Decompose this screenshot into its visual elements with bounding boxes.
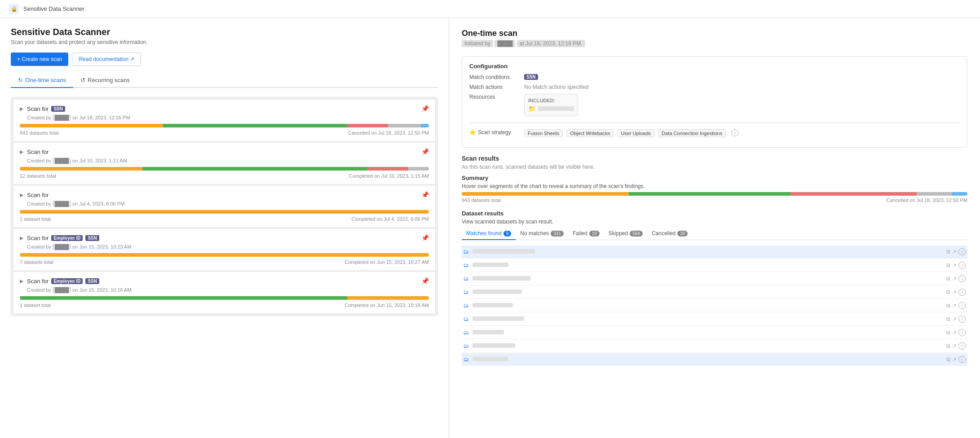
resources-label: Resources <box>469 94 519 100</box>
expand-icon[interactable]: ↗ <box>952 302 957 309</box>
expand-icon[interactable]: ↗ <box>952 329 957 336</box>
scan-status: Completed on Jul 4, 2023, 6:09 PM <box>352 216 429 222</box>
progress-red <box>347 124 388 127</box>
chevron-icon[interactable]: ▶ <box>20 149 23 155</box>
dataset-name <box>472 249 943 255</box>
copy-icon[interactable]: ⧉ <box>946 356 950 363</box>
dataset-icon: 🗂 <box>464 262 469 268</box>
scan-strategy-info-icon[interactable]: i <box>731 129 738 136</box>
scan-meta: Created by ████ on Jul 4, 2023, 6:06 PM <box>27 201 429 206</box>
progress-green <box>163 124 347 127</box>
expand-icon[interactable]: ↗ <box>952 289 957 295</box>
one-time-icon: ↻ <box>18 77 23 83</box>
dataset-icon: 🗂 <box>464 302 469 309</box>
scan-footer: 7 datasets total Completed on Jun 15, 20… <box>20 259 429 265</box>
match-conditions-label: Match conditions <box>469 74 519 80</box>
scan-meta: Created by ████ on Jul 10, 2023, 1:11 AM <box>27 158 429 163</box>
expand-icon[interactable]: ↗ <box>952 262 957 268</box>
dataset-tab-skipped[interactable]: Skipped 564 <box>604 228 647 240</box>
scan-status: Cancelled on Jul 18, 2023, 12:50 PM <box>348 130 429 136</box>
badge-ssn: SSN <box>51 106 65 112</box>
action-buttons: + Create new scan Read documentation ↗ <box>11 53 438 66</box>
row-info-icon[interactable]: i <box>958 356 966 363</box>
dataset-icon: 🗂 <box>464 356 469 363</box>
pin-icon[interactable]: 📌 <box>421 234 429 241</box>
chevron-icon[interactable]: ▶ <box>20 106 23 112</box>
expand-icon[interactable]: ↗ <box>952 356 957 363</box>
tab-label: Skipped <box>609 230 628 237</box>
dataset-row: 🗂 ⧉ ↗ i <box>462 299 967 312</box>
dataset-tabs: Matches found 9No matches 331Failed 19Sk… <box>462 228 967 240</box>
read-docs-button[interactable]: Read documentation ↗ <box>72 53 141 66</box>
progress-gray <box>408 167 429 171</box>
dataset-list: 🗂 ⧉ ↗ i 🗂 ⧉ ↗ i 🗂 ⧉ ↗ i 🗂 <box>462 245 967 366</box>
datasets-total: 12 datasets total <box>20 173 56 179</box>
pin-icon[interactable]: 📌 <box>421 277 429 285</box>
copy-icon[interactable]: ⧉ <box>946 343 950 349</box>
pin-icon[interactable]: 📌 <box>421 148 429 155</box>
copy-icon[interactable]: ⧉ <box>946 329 950 336</box>
dataset-name <box>472 356 943 363</box>
row-info-icon[interactable]: i <box>958 342 966 350</box>
dataset-name <box>472 329 943 336</box>
tab-recurring-scans[interactable]: ↺ Recurring scans <box>73 73 137 88</box>
dataset-actions: ⧉ ↗ i <box>946 315 966 323</box>
badge-employee-id: Employee ID <box>51 235 83 241</box>
summary-green <box>629 192 790 196</box>
badge-ssn: SSN <box>85 278 99 284</box>
copy-icon[interactable]: ⧉ <box>946 316 950 322</box>
pin-icon[interactable]: 📌 <box>421 191 429 198</box>
scan-card-0: ▶ Scan for SSN 📌 Created by ████ on Jul … <box>13 99 436 141</box>
dataset-tab-failed[interactable]: Failed 19 <box>568 228 604 240</box>
pin-icon[interactable]: 📌 <box>421 105 429 112</box>
copy-icon[interactable]: ⧉ <box>946 262 950 268</box>
copy-icon[interactable]: ⧉ <box>946 289 950 295</box>
tab-count: 331 <box>551 231 564 237</box>
dataset-name <box>472 262 943 268</box>
chevron-icon[interactable]: ▶ <box>20 235 23 241</box>
progress-orange <box>347 296 429 300</box>
dataset-actions: ⧉ ↗ i <box>946 342 966 350</box>
dataset-tab-no-matches[interactable]: No matches 331 <box>516 228 568 240</box>
expand-icon[interactable]: ↗ <box>952 276 957 282</box>
app-title: Sensitive Data Scanner <box>23 5 84 12</box>
dataset-icon: 🗂 <box>464 249 469 255</box>
tab-one-time-scans[interactable]: ↻ One-time scans <box>11 73 73 88</box>
folder-icon: 📁 <box>528 105 536 112</box>
row-info-icon[interactable]: i <box>958 329 966 336</box>
right-panel: One-time scan Initiated by ████ at Jul 1… <box>449 18 980 438</box>
copy-icon[interactable]: ⧉ <box>946 302 950 309</box>
row-info-icon[interactable]: i <box>958 275 966 282</box>
scan-progress-bar <box>20 167 429 171</box>
progress-green <box>20 296 347 300</box>
resources-row: Resources INCLUDED: 📁 <box>469 94 960 116</box>
tab-label: Cancelled <box>652 230 675 237</box>
scan-footer: 1 dataset total Completed on Jun 15, 202… <box>20 302 429 308</box>
row-info-icon[interactable]: i <box>958 262 966 269</box>
main-tabs: ↻ One-time scans ↺ Recurring scans <box>11 73 438 88</box>
expand-icon[interactable]: ↗ <box>952 249 957 255</box>
badge-employee-id: Employee ID <box>51 278 83 284</box>
row-info-icon[interactable]: i <box>958 289 966 296</box>
dataset-tab-matches-found[interactable]: Matches found 9 <box>462 228 516 240</box>
chevron-icon[interactable]: ▶ <box>20 192 23 198</box>
create-scan-button[interactable]: + Create new scan <box>11 53 68 66</box>
dataset-name <box>472 302 943 309</box>
expand-icon[interactable]: ↗ <box>952 343 957 349</box>
scan-title: Scan for Employee IDSSN <box>27 235 418 241</box>
match-actions-value: No Match actions specified <box>524 84 588 90</box>
row-info-icon[interactable]: i <box>958 302 966 309</box>
tab-label: Failed <box>573 230 587 237</box>
left-panel: Sensitive Data Scanner Scan your dataset… <box>0 18 449 438</box>
dataset-row: 🗂 ⧉ ↗ i <box>462 326 967 339</box>
match-actions-row: Match actions No Match actions specified <box>469 84 960 90</box>
chevron-icon[interactable]: ▶ <box>20 278 23 284</box>
scan-title: Scan for SSN <box>27 105 418 112</box>
copy-icon[interactable]: ⧉ <box>946 276 950 282</box>
dataset-name <box>472 276 943 282</box>
row-info-icon[interactable]: i <box>958 248 966 255</box>
row-info-icon[interactable]: i <box>958 315 966 323</box>
dataset-tab-cancelled[interactable]: Cancelled 20 <box>647 228 693 240</box>
copy-icon[interactable]: ⧉ <box>946 249 950 255</box>
expand-icon[interactable]: ↗ <box>952 316 957 322</box>
